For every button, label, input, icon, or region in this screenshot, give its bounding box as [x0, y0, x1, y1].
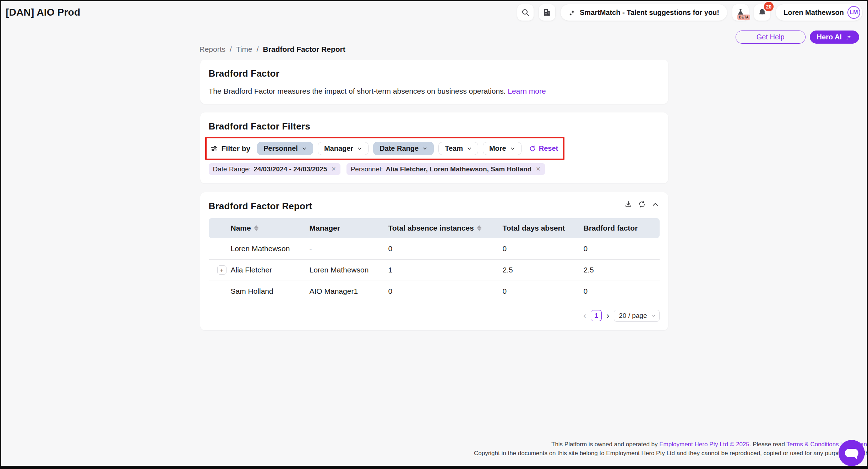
chat-widget-button[interactable] — [839, 440, 865, 466]
user-menu-button[interactable]: Loren Mathewson LM — [776, 4, 862, 21]
hero-ai-label: Hero AI — [817, 33, 842, 41]
smartmatch-button[interactable]: SmartMatch - Talent suggestions for you! — [561, 4, 727, 21]
next-page-button[interactable]: › — [606, 311, 610, 320]
top-header: [DAN] AIO Prod — [0, 0, 868, 25]
cell-name: Alia Fletcher — [229, 259, 308, 281]
column-header-bradford: Bradford factor — [582, 218, 660, 238]
filter-personnel-label: Personnel — [263, 144, 298, 153]
breadcrumb-reports[interactable]: Reports — [200, 45, 226, 54]
filter-date-range-label: Date Range — [380, 144, 419, 153]
sliders-icon — [210, 145, 218, 153]
employment-hero-link[interactable]: Employment Hero Pty Ltd © 2025 — [659, 441, 749, 448]
column-header-manager: Manager — [308, 218, 387, 238]
sparkle-icon — [845, 34, 852, 41]
filter-more-button[interactable]: More — [483, 142, 522, 155]
filter-team-button[interactable]: Team — [438, 142, 478, 155]
chevron-down-icon — [422, 146, 427, 151]
get-help-button[interactable]: Get Help — [736, 31, 806, 44]
chat-bubble-icon — [845, 449, 858, 457]
expand-row-button[interactable]: + — [217, 265, 226, 275]
cell-bradford: 0 — [582, 281, 660, 302]
column-label: Name — [231, 224, 251, 232]
download-icon[interactable] — [624, 200, 633, 209]
filter-manager-label: Manager — [324, 144, 353, 153]
pagination: ‹ 1 › 20 / page — [209, 310, 660, 322]
filter-team-label: Team — [445, 144, 463, 153]
organisation-button[interactable] — [539, 4, 555, 21]
footer-legal-line2: Copyright in the documents on this site … — [474, 450, 868, 457]
building-icon — [543, 8, 551, 17]
beta-features-button[interactable]: BETA — [732, 4, 749, 21]
filter-manager-button[interactable]: Manager — [318, 142, 369, 155]
highlight-annotation-box: Filter by Personnel Manager Date Range T… — [205, 137, 565, 160]
table-header-row: Name Manager Total absence instances Tot… — [209, 218, 660, 238]
cell-name: Sam Holland — [229, 281, 308, 302]
personnel-chip: Personnel: Alia Fletcher, Loren Mathewso… — [346, 163, 545, 175]
app-title: [DAN] AIO Prod — [6, 7, 80, 18]
cell-days: 0 — [501, 238, 582, 259]
breadcrumb: Reports / Time / Bradford Factor Report — [200, 45, 668, 54]
user-name: Loren Mathewson — [784, 9, 844, 17]
intro-card-title: Bradford Factor — [209, 68, 660, 79]
cell-name: Loren Mathewson — [229, 238, 308, 259]
chip-label: Personnel: — [351, 165, 383, 173]
refresh-icon[interactable] — [638, 200, 646, 209]
cell-manager: AIO Manager1 — [308, 281, 387, 302]
filter-personnel-button[interactable]: Personnel — [257, 142, 313, 155]
previous-page-button[interactable]: ‹ — [583, 311, 587, 320]
terms-link[interactable]: Terms & Conditions — [786, 441, 839, 448]
reset-label: Reset — [539, 144, 558, 153]
footer-text: This Platform is owned and operated by — [551, 441, 659, 448]
table-row: Sam Holland AIO Manager1 0 0 0 — [209, 281, 660, 302]
hero-ai-button[interactable]: Hero AI — [810, 31, 859, 44]
sparkle-icon — [568, 9, 576, 16]
bradford-intro-card: Bradford Factor The Bradford Factor meas… — [200, 60, 668, 104]
close-icon[interactable]: ✕ — [331, 166, 336, 172]
breadcrumb-current: Bradford Factor Report — [263, 45, 345, 54]
filter-row: Filter by Personnel Manager Date Range T… — [210, 142, 558, 155]
chevron-down-icon — [510, 146, 515, 151]
cell-instances: 0 — [387, 238, 501, 259]
column-header-name[interactable]: Name — [229, 218, 308, 238]
reset-filters-button[interactable]: Reset — [529, 144, 558, 153]
cell-days: 2.5 — [501, 259, 582, 281]
page-size-select[interactable]: 20 / page — [614, 310, 659, 322]
filter-date-range-button[interactable]: Date Range — [373, 142, 434, 155]
breadcrumb-time[interactable]: Time — [236, 45, 252, 54]
report-card: Bradford Factor Report — [200, 192, 668, 330]
close-icon[interactable]: ✕ — [536, 166, 540, 172]
chevron-down-icon — [467, 146, 472, 151]
chip-label: Date Range: — [213, 165, 251, 173]
learn-more-link[interactable]: Learn more — [508, 87, 546, 95]
column-label: Manager — [310, 224, 340, 232]
filter-more-label: More — [489, 144, 506, 153]
reset-icon — [529, 145, 536, 152]
avatar: LM — [847, 6, 860, 19]
sort-icon[interactable] — [254, 225, 258, 231]
current-page-button[interactable]: 1 — [591, 310, 602, 321]
date-range-chip: Date Range: 24/03/2024 - 24/03/2025 ✕ — [209, 163, 340, 175]
active-filter-chips: Date Range: 24/03/2024 - 24/03/2025 ✕ Pe… — [209, 163, 660, 175]
notifications-button[interactable]: 20 — [754, 4, 770, 21]
sort-icon[interactable] — [477, 225, 481, 231]
cell-manager: - — [308, 238, 387, 259]
intro-description: The Bradford Factor measures the impact … — [209, 87, 506, 95]
footer-text: . Please read — [749, 441, 787, 448]
filters-card-title: Bradford Factor Filters — [209, 121, 660, 132]
chevron-down-icon — [302, 146, 307, 151]
cell-instances: 0 — [387, 281, 501, 302]
filter-by-label: Filter by — [222, 144, 251, 153]
column-header-instances[interactable]: Total absence instances — [387, 218, 501, 238]
column-label: Total absence instances — [388, 224, 474, 232]
cell-manager: Loren Mathewson — [308, 259, 387, 281]
column-header-days: Total days absent — [501, 218, 582, 238]
filters-card: Bradford Factor Filters Filter by Person… — [200, 112, 668, 183]
search-icon — [521, 8, 530, 17]
collapse-icon[interactable] — [651, 200, 660, 209]
breadcrumb-separator: / — [257, 45, 259, 54]
notification-count-badge: 20 — [764, 2, 774, 11]
filter-by-label-group: Filter by — [210, 144, 251, 153]
chip-value: 24/03/2024 - 24/03/2025 — [253, 165, 327, 173]
search-button[interactable] — [517, 4, 534, 21]
report-toolbar — [624, 200, 660, 209]
